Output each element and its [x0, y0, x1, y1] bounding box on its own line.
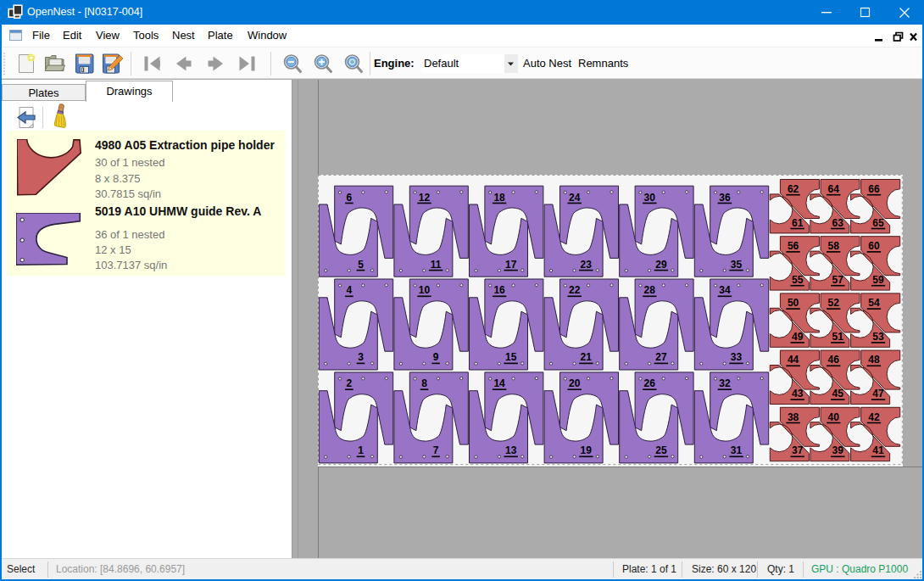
- svg-text:60: 60: [868, 239, 880, 251]
- svg-text:49: 49: [792, 330, 804, 342]
- svg-text:58: 58: [828, 239, 840, 251]
- svg-text:64: 64: [828, 182, 840, 194]
- svg-text:33: 33: [731, 351, 743, 363]
- svg-text:42: 42: [868, 411, 880, 422]
- svg-text:43: 43: [792, 388, 804, 399]
- svg-text:32: 32: [719, 377, 731, 389]
- svg-text:27: 27: [655, 351, 667, 363]
- svg-text:65: 65: [872, 216, 884, 228]
- svg-text:24: 24: [569, 191, 581, 203]
- svg-text:4: 4: [347, 284, 353, 296]
- svg-text:18: 18: [493, 191, 505, 203]
- svg-text:7: 7: [433, 444, 439, 456]
- svg-text:62: 62: [788, 182, 799, 194]
- svg-text:54: 54: [868, 297, 880, 309]
- svg-text:23: 23: [581, 258, 593, 270]
- svg-text:25: 25: [655, 444, 667, 456]
- svg-text:14: 14: [493, 377, 505, 389]
- svg-text:50: 50: [788, 297, 799, 309]
- svg-text:48: 48: [868, 354, 880, 366]
- svg-text:26: 26: [644, 377, 656, 389]
- svg-text:35: 35: [731, 258, 743, 270]
- svg-text:39: 39: [832, 444, 844, 456]
- svg-text:15: 15: [505, 351, 517, 363]
- svg-text:9: 9: [433, 351, 439, 363]
- svg-text:31: 31: [731, 444, 743, 456]
- svg-text:53: 53: [872, 330, 884, 342]
- svg-text:21: 21: [581, 351, 593, 363]
- svg-text:40: 40: [828, 411, 840, 422]
- svg-text:13: 13: [505, 444, 517, 456]
- svg-text:38: 38: [788, 411, 799, 422]
- svg-text:46: 46: [828, 354, 840, 366]
- svg-text:41: 41: [872, 444, 884, 456]
- svg-text:66: 66: [868, 182, 880, 194]
- svg-text:29: 29: [655, 258, 667, 270]
- svg-text:63: 63: [832, 216, 844, 228]
- svg-text:5: 5: [358, 258, 364, 270]
- svg-text:61: 61: [792, 216, 804, 228]
- svg-text:28: 28: [644, 284, 656, 296]
- svg-text:17: 17: [505, 258, 517, 270]
- svg-text:1: 1: [358, 444, 364, 456]
- svg-text:2: 2: [347, 377, 353, 389]
- svg-text:30: 30: [644, 191, 656, 203]
- svg-text:22: 22: [569, 284, 581, 296]
- svg-text:56: 56: [788, 239, 799, 251]
- svg-text:52: 52: [828, 297, 840, 309]
- svg-text:8: 8: [421, 377, 427, 389]
- svg-text:34: 34: [719, 284, 731, 296]
- svg-text:16: 16: [493, 284, 505, 296]
- svg-text:12: 12: [419, 191, 431, 203]
- svg-text:37: 37: [792, 444, 804, 456]
- svg-text:19: 19: [581, 444, 593, 456]
- svg-text:6: 6: [347, 191, 353, 203]
- svg-text:3: 3: [358, 351, 364, 363]
- svg-text:36: 36: [719, 191, 731, 203]
- svg-text:20: 20: [569, 377, 581, 389]
- svg-text:11: 11: [431, 258, 442, 270]
- svg-text:59: 59: [872, 273, 884, 285]
- svg-text:44: 44: [788, 354, 799, 366]
- svg-text:45: 45: [832, 388, 844, 399]
- svg-text:10: 10: [419, 284, 431, 296]
- svg-text:55: 55: [792, 273, 804, 285]
- svg-text:57: 57: [832, 273, 844, 285]
- svg-text:47: 47: [872, 388, 884, 399]
- svg-text:51: 51: [832, 330, 844, 342]
